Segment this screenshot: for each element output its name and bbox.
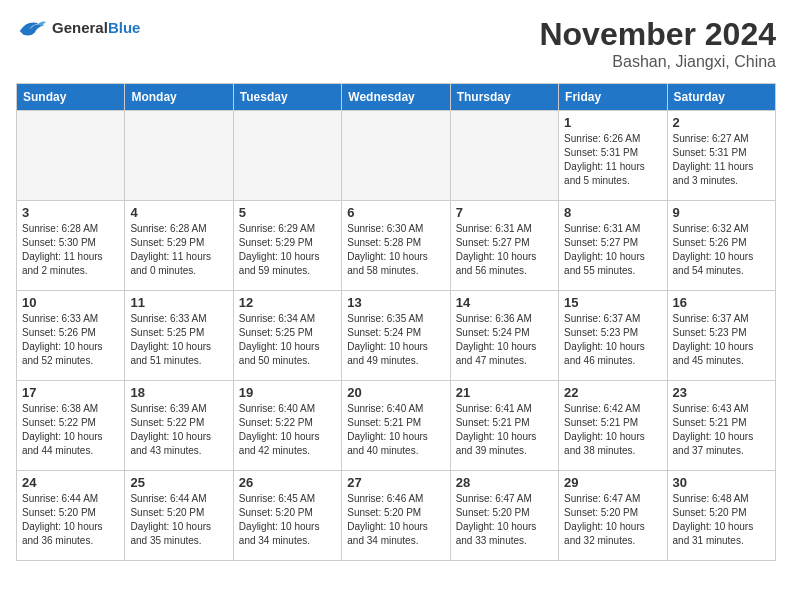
day-number: 29: [564, 475, 661, 490]
day-number: 26: [239, 475, 336, 490]
day-number: 20: [347, 385, 444, 400]
weekday-header-saturday: Saturday: [667, 84, 775, 111]
day-number: 18: [130, 385, 227, 400]
day-number: 23: [673, 385, 770, 400]
day-number: 24: [22, 475, 119, 490]
week-row-5: 24Sunrise: 6:44 AM Sunset: 5:20 PM Dayli…: [17, 471, 776, 561]
day-number: 8: [564, 205, 661, 220]
day-info: Sunrise: 6:30 AM Sunset: 5:28 PM Dayligh…: [347, 222, 444, 278]
day-info: Sunrise: 6:33 AM Sunset: 5:25 PM Dayligh…: [130, 312, 227, 368]
day-number: 30: [673, 475, 770, 490]
calendar-cell: 26Sunrise: 6:45 AM Sunset: 5:20 PM Dayli…: [233, 471, 341, 561]
calendar-cell: 23Sunrise: 6:43 AM Sunset: 5:21 PM Dayli…: [667, 381, 775, 471]
calendar-cell: 2Sunrise: 6:27 AM Sunset: 5:31 PM Daylig…: [667, 111, 775, 201]
calendar-cell: [342, 111, 450, 201]
calendar-table: SundayMondayTuesdayWednesdayThursdayFrid…: [16, 83, 776, 561]
day-info: Sunrise: 6:35 AM Sunset: 5:24 PM Dayligh…: [347, 312, 444, 368]
calendar-cell: 6Sunrise: 6:30 AM Sunset: 5:28 PM Daylig…: [342, 201, 450, 291]
weekday-header-friday: Friday: [559, 84, 667, 111]
calendar-cell: 4Sunrise: 6:28 AM Sunset: 5:29 PM Daylig…: [125, 201, 233, 291]
day-info: Sunrise: 6:47 AM Sunset: 5:20 PM Dayligh…: [456, 492, 553, 548]
day-number: 17: [22, 385, 119, 400]
weekday-header-thursday: Thursday: [450, 84, 558, 111]
day-info: Sunrise: 6:29 AM Sunset: 5:29 PM Dayligh…: [239, 222, 336, 278]
calendar-cell: 9Sunrise: 6:32 AM Sunset: 5:26 PM Daylig…: [667, 201, 775, 291]
day-info: Sunrise: 6:37 AM Sunset: 5:23 PM Dayligh…: [673, 312, 770, 368]
day-info: Sunrise: 6:36 AM Sunset: 5:24 PM Dayligh…: [456, 312, 553, 368]
page-header: GeneralBlue November 2024 Bashan, Jiangx…: [16, 16, 776, 71]
calendar-cell: 14Sunrise: 6:36 AM Sunset: 5:24 PM Dayli…: [450, 291, 558, 381]
day-number: 11: [130, 295, 227, 310]
logo: GeneralBlue: [16, 16, 140, 40]
day-number: 27: [347, 475, 444, 490]
day-info: Sunrise: 6:44 AM Sunset: 5:20 PM Dayligh…: [130, 492, 227, 548]
calendar-cell: 1Sunrise: 6:26 AM Sunset: 5:31 PM Daylig…: [559, 111, 667, 201]
day-number: 21: [456, 385, 553, 400]
day-info: Sunrise: 6:39 AM Sunset: 5:22 PM Dayligh…: [130, 402, 227, 458]
weekday-header-tuesday: Tuesday: [233, 84, 341, 111]
calendar-cell: 10Sunrise: 6:33 AM Sunset: 5:26 PM Dayli…: [17, 291, 125, 381]
day-number: 19: [239, 385, 336, 400]
day-number: 14: [456, 295, 553, 310]
calendar-cell: [450, 111, 558, 201]
weekday-header-row: SundayMondayTuesdayWednesdayThursdayFrid…: [17, 84, 776, 111]
calendar-cell: 8Sunrise: 6:31 AM Sunset: 5:27 PM Daylig…: [559, 201, 667, 291]
calendar-cell: 3Sunrise: 6:28 AM Sunset: 5:30 PM Daylig…: [17, 201, 125, 291]
day-info: Sunrise: 6:42 AM Sunset: 5:21 PM Dayligh…: [564, 402, 661, 458]
day-info: Sunrise: 6:26 AM Sunset: 5:31 PM Dayligh…: [564, 132, 661, 188]
day-number: 12: [239, 295, 336, 310]
weekday-header-monday: Monday: [125, 84, 233, 111]
calendar-cell: 7Sunrise: 6:31 AM Sunset: 5:27 PM Daylig…: [450, 201, 558, 291]
day-number: 3: [22, 205, 119, 220]
calendar-cell: [17, 111, 125, 201]
day-number: 6: [347, 205, 444, 220]
title-area: November 2024 Bashan, Jiangxi, China: [539, 16, 776, 71]
day-info: Sunrise: 6:31 AM Sunset: 5:27 PM Dayligh…: [456, 222, 553, 278]
calendar-cell: 17Sunrise: 6:38 AM Sunset: 5:22 PM Dayli…: [17, 381, 125, 471]
week-row-1: 1Sunrise: 6:26 AM Sunset: 5:31 PM Daylig…: [17, 111, 776, 201]
day-info: Sunrise: 6:34 AM Sunset: 5:25 PM Dayligh…: [239, 312, 336, 368]
calendar-cell: 16Sunrise: 6:37 AM Sunset: 5:23 PM Dayli…: [667, 291, 775, 381]
day-info: Sunrise: 6:40 AM Sunset: 5:22 PM Dayligh…: [239, 402, 336, 458]
calendar-cell: 22Sunrise: 6:42 AM Sunset: 5:21 PM Dayli…: [559, 381, 667, 471]
location-label: Bashan, Jiangxi, China: [539, 53, 776, 71]
day-info: Sunrise: 6:28 AM Sunset: 5:29 PM Dayligh…: [130, 222, 227, 278]
logo-general-text: General: [52, 19, 108, 36]
day-info: Sunrise: 6:32 AM Sunset: 5:26 PM Dayligh…: [673, 222, 770, 278]
calendar-cell: 15Sunrise: 6:37 AM Sunset: 5:23 PM Dayli…: [559, 291, 667, 381]
day-info: Sunrise: 6:45 AM Sunset: 5:20 PM Dayligh…: [239, 492, 336, 548]
calendar-cell: 30Sunrise: 6:48 AM Sunset: 5:20 PM Dayli…: [667, 471, 775, 561]
day-number: 15: [564, 295, 661, 310]
day-number: 22: [564, 385, 661, 400]
calendar-cell: 28Sunrise: 6:47 AM Sunset: 5:20 PM Dayli…: [450, 471, 558, 561]
calendar-cell: 20Sunrise: 6:40 AM Sunset: 5:21 PM Dayli…: [342, 381, 450, 471]
day-number: 10: [22, 295, 119, 310]
calendar-cell: 18Sunrise: 6:39 AM Sunset: 5:22 PM Dayli…: [125, 381, 233, 471]
day-number: 2: [673, 115, 770, 130]
day-info: Sunrise: 6:33 AM Sunset: 5:26 PM Dayligh…: [22, 312, 119, 368]
calendar-cell: 13Sunrise: 6:35 AM Sunset: 5:24 PM Dayli…: [342, 291, 450, 381]
day-info: Sunrise: 6:40 AM Sunset: 5:21 PM Dayligh…: [347, 402, 444, 458]
month-title: November 2024: [539, 16, 776, 53]
calendar-cell: 19Sunrise: 6:40 AM Sunset: 5:22 PM Dayli…: [233, 381, 341, 471]
logo-blue-text: Blue: [108, 19, 141, 36]
weekday-header-sunday: Sunday: [17, 84, 125, 111]
week-row-3: 10Sunrise: 6:33 AM Sunset: 5:26 PM Dayli…: [17, 291, 776, 381]
day-info: Sunrise: 6:46 AM Sunset: 5:20 PM Dayligh…: [347, 492, 444, 548]
calendar-cell: 29Sunrise: 6:47 AM Sunset: 5:20 PM Dayli…: [559, 471, 667, 561]
weekday-header-wednesday: Wednesday: [342, 84, 450, 111]
calendar-cell: 5Sunrise: 6:29 AM Sunset: 5:29 PM Daylig…: [233, 201, 341, 291]
day-number: 5: [239, 205, 336, 220]
day-info: Sunrise: 6:41 AM Sunset: 5:21 PM Dayligh…: [456, 402, 553, 458]
day-info: Sunrise: 6:48 AM Sunset: 5:20 PM Dayligh…: [673, 492, 770, 548]
calendar-cell: [233, 111, 341, 201]
calendar-cell: [125, 111, 233, 201]
week-row-4: 17Sunrise: 6:38 AM Sunset: 5:22 PM Dayli…: [17, 381, 776, 471]
day-number: 1: [564, 115, 661, 130]
day-info: Sunrise: 6:37 AM Sunset: 5:23 PM Dayligh…: [564, 312, 661, 368]
day-number: 16: [673, 295, 770, 310]
day-number: 9: [673, 205, 770, 220]
day-number: 25: [130, 475, 227, 490]
day-info: Sunrise: 6:47 AM Sunset: 5:20 PM Dayligh…: [564, 492, 661, 548]
day-number: 7: [456, 205, 553, 220]
